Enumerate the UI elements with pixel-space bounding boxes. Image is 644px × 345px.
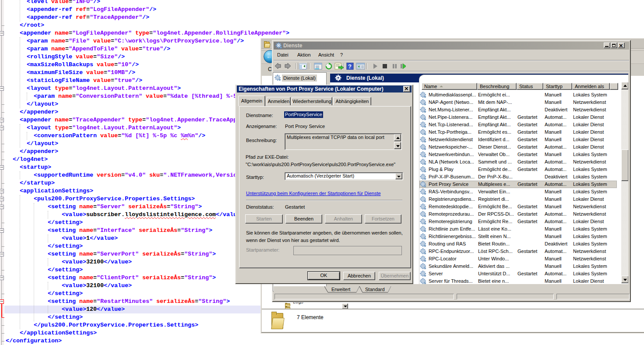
svg-text:Erweitert: Erweitert: [331, 287, 350, 292]
svg-text:Standard: Standard: [365, 287, 385, 292]
svg-text:?: ?: [348, 63, 352, 70]
